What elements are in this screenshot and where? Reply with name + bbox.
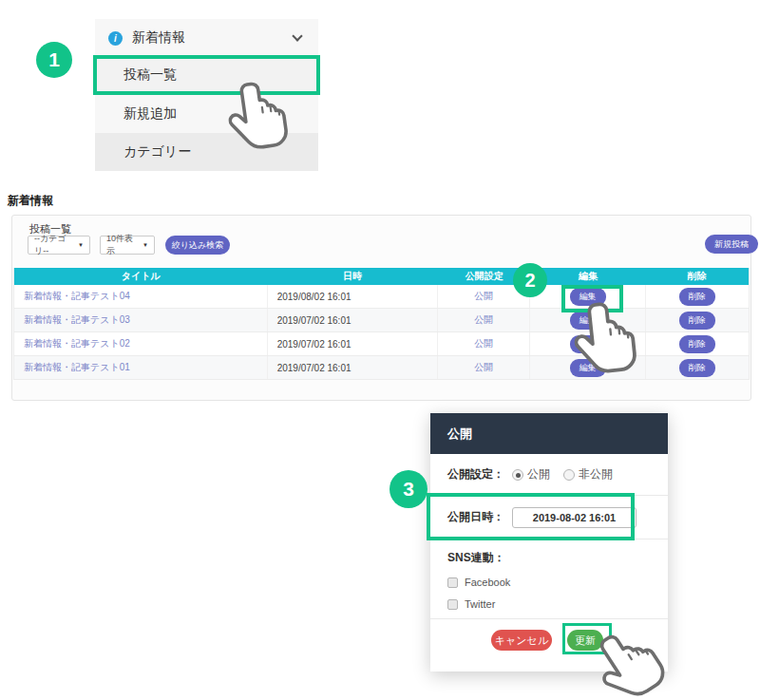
delete-button[interactable]: 削除 — [679, 359, 715, 377]
delete-cell: 削除 — [646, 356, 749, 379]
column-header-edit: 編集 — [530, 268, 645, 285]
post-title-link[interactable]: 新着情報・記事テスト04 — [14, 285, 268, 308]
post-title-link[interactable]: 新着情報・記事テスト01 — [14, 356, 268, 379]
radio-public-label: 公開 — [527, 466, 550, 482]
tutorial-page: i 新着情報 新規追加 カテゴリー 投稿一覧 1 新着情報 投稿一覧 --カテゴ… — [0, 0, 760, 700]
sns-option-facebook: Facebook — [447, 577, 651, 588]
radio-private-label: 非公開 — [579, 466, 613, 482]
radio-public[interactable] — [512, 469, 523, 481]
display-count-select[interactable]: 10件表示▼ — [100, 236, 155, 255]
column-header-title: タイトル — [14, 268, 268, 285]
publish-setting-label: 公開設定： — [447, 466, 504, 482]
chevron-down-icon — [292, 30, 302, 41]
info-icon: i — [108, 31, 123, 46]
post-date: 2019/07/02 16:01 — [268, 309, 438, 331]
filter-search-button[interactable]: 絞り込み検索 — [165, 236, 230, 255]
hand-cursor-icon — [570, 297, 644, 380]
sidebar-header-label: 新着情報 — [132, 29, 294, 47]
publish-date-highlight — [427, 493, 635, 540]
sidebar-item-label: 新規追加 — [124, 105, 177, 123]
step-2-badge: 2 — [513, 263, 547, 297]
publish-setting-row: 公開設定： 公開 非公開 — [430, 454, 668, 496]
delete-button[interactable]: 削除 — [679, 288, 715, 306]
cancel-button[interactable]: キャンセル — [491, 630, 552, 651]
modal-title: 公開 — [430, 413, 668, 454]
page-title: 新着情報 — [8, 193, 53, 209]
post-title-link[interactable]: 新着情報・記事テスト02 — [14, 332, 268, 355]
sns-row: SNS連動： Facebook Twitter — [430, 539, 668, 619]
post-status[interactable]: 公開 — [438, 356, 530, 379]
post-status[interactable]: 公開 — [438, 332, 530, 355]
delete-cell: 削除 — [646, 309, 749, 331]
post-title-link[interactable]: 新着情報・記事テスト03 — [14, 309, 268, 331]
table-row: 新着情報・記事テスト04 2019/08/02 16:01 公開 編集 削除 — [14, 285, 749, 309]
twitter-label: Twitter — [465, 598, 495, 610]
sns-option-twitter: Twitter — [447, 598, 651, 610]
post-list-panel: 投稿一覧 --カテゴリ--▼ 10件表示▼ 絞り込み検索 新規投稿 タイトル 日… — [11, 215, 751, 401]
new-post-button[interactable]: 新規投稿 — [705, 235, 758, 254]
post-status[interactable]: 公開 — [438, 309, 530, 331]
hand-cursor-icon — [223, 76, 295, 156]
delete-button[interactable]: 削除 — [679, 335, 715, 353]
sns-label: SNS連動： — [447, 551, 505, 564]
delete-button[interactable]: 削除 — [679, 312, 715, 330]
sidebar-item-label: カテゴリー — [124, 143, 191, 161]
caret-down-icon: ▼ — [142, 242, 148, 248]
delete-cell: 削除 — [646, 332, 749, 355]
facebook-label: Facebook — [465, 577, 510, 588]
facebook-checkbox[interactable] — [447, 577, 458, 588]
radio-private[interactable] — [563, 469, 575, 481]
column-header-date: 日時 — [268, 268, 438, 285]
step-3-badge: 3 — [390, 470, 428, 508]
sidebar-item-news-header[interactable]: i 新着情報 — [95, 19, 318, 57]
sidebar-item-label: 投稿一覧 — [124, 66, 177, 84]
table-header-row: タイトル 日時 公開設定 編集 削除 — [14, 268, 749, 285]
post-date: 2019/08/02 16:01 — [268, 285, 438, 308]
twitter-checkbox[interactable] — [447, 599, 458, 610]
step-1-badge: 1 — [36, 42, 72, 78]
post-date: 2019/07/02 16:01 — [268, 356, 438, 379]
column-header-delete: 削除 — [646, 268, 749, 285]
category-select[interactable]: --カテゴリ--▼ — [28, 236, 90, 255]
delete-cell: 削除 — [646, 285, 749, 308]
post-date: 2019/07/02 16:01 — [268, 332, 438, 355]
caret-down-icon: ▼ — [78, 242, 84, 248]
